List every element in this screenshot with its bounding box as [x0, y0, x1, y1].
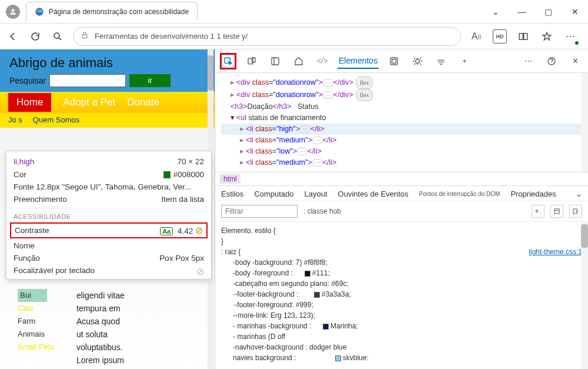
sources-tab-icon[interactable]: </> [314, 53, 330, 69]
svg-point-1 [54, 33, 59, 38]
svg-rect-7 [390, 58, 397, 65]
tab-properties[interactable]: Propriedades [510, 190, 556, 198]
tooltip-color-label: Cor [14, 170, 26, 179]
app-tab-icon[interactable] [386, 53, 402, 69]
search-icon[interactable] [51, 29, 65, 44]
tooltip-focusable-label: Focalizável por teclado [14, 266, 95, 277]
svg-rect-6 [272, 58, 279, 65]
page-body-text: eligendi vitae tempura em Acusa quod ut … [76, 287, 125, 369]
tooltip-contrast-row: Contraste Aa 4.42 ⊘ [10, 222, 208, 238]
styles-filter-input[interactable] [221, 205, 298, 218]
no-icon: ⊘ [196, 266, 204, 277]
nav-home[interactable]: Home [8, 93, 51, 112]
devtools-toolbar: </> Elementos + ⋯ ✕ [215, 49, 588, 73]
computed-toggle-button[interactable] [569, 205, 582, 218]
tab-estilos[interactable]: Estilos [221, 190, 243, 198]
welcome-tab[interactable] [290, 53, 307, 69]
refresh-button[interactable] [28, 29, 42, 44]
color-format-button[interactable] [550, 205, 563, 218]
network-icon[interactable] [433, 53, 449, 69]
tab-layout[interactable]: Layout [305, 190, 328, 198]
tab-title: Página de demonstração com acessibilidad… [49, 8, 189, 16]
list-item[interactable]: Boi [18, 289, 47, 302]
go-button[interactable]: ir [129, 74, 171, 87]
svg-rect-2 [82, 35, 87, 38]
favorite-icon[interactable] [540, 29, 554, 44]
page-title: Abrigo de animais [9, 55, 205, 71]
devtools-panel: </> Elementos + ⋯ ✕ ▸<div class="donatio… [215, 49, 588, 369]
elements-tab[interactable]: Elementos [338, 54, 379, 69]
subnav-quem[interactable]: Quem Somos [33, 115, 79, 124]
more-icon[interactable]: ⋯ [563, 29, 577, 44]
chevron-down-icon[interactable]: ⌄ [576, 190, 582, 198]
minimize-button[interactable]: — [509, 0, 535, 24]
url-text: Ferramentas de desenvolvimento 1 1 teste… [95, 32, 248, 41]
list-item[interactable]: Cats [18, 302, 76, 315]
reader-icon[interactable] [516, 29, 530, 44]
nav-adopt[interactable]: Adopt a Pet [63, 97, 115, 108]
close-button[interactable]: ✕ [562, 0, 588, 24]
inspect-tooltip: li.high 70 × 22 Cor #008000 Fonte 12.8px… [6, 151, 212, 280]
profile-avatar[interactable] [6, 5, 20, 19]
panel-toggle-button[interactable] [267, 53, 283, 69]
search-label: Pesquisar [9, 76, 46, 85]
contrast-label: Contraste [15, 226, 49, 235]
list-item[interactable]: Animais [18, 328, 76, 341]
device-toggle-button[interactable] [243, 53, 260, 69]
list-item[interactable]: Farm [18, 315, 76, 328]
bug-icon[interactable] [409, 53, 426, 69]
back-button[interactable] [6, 29, 20, 44]
lock-icon [81, 31, 89, 41]
tooltip-dimensions: 70 × 22 [178, 157, 204, 166]
add-tab-button[interactable]: + [456, 53, 473, 69]
tooltip-role-label: Preenchimento [14, 195, 67, 204]
tab-breakpoints[interactable]: Pontos de interrupção do DOM [419, 191, 500, 197]
svg-rect-11 [554, 209, 559, 214]
read-aloud-icon[interactable]: A)) [469, 29, 483, 44]
url-input[interactable]: Ferramentas de desenvolvimento 1 1 teste… [73, 27, 461, 46]
cls-toggle[interactable]: : classe hob [303, 207, 341, 215]
styles-scrollbar[interactable] [581, 222, 588, 369]
tooltip-role-value: Item da lista [161, 195, 204, 204]
dom-scrollbar[interactable] [581, 73, 588, 172]
subnav-jos[interactable]: Jo s [8, 115, 22, 124]
address-bar: Ferramentas de desenvolvimento 1 1 teste… [0, 24, 588, 49]
tab-computado[interactable]: Computado [254, 190, 293, 198]
more-tools-button[interactable]: ⋯ [520, 53, 536, 69]
stylesheet-link[interactable]: light-theme.css:1 [529, 247, 582, 257]
tooltip-selector: li.high [14, 157, 34, 166]
close-devtools-button[interactable]: ✕ [567, 53, 583, 69]
aa-badge: Aa [160, 227, 173, 235]
dom-breadcrumb[interactable]: html [215, 172, 588, 186]
maximize-button[interactable]: ▢ [535, 0, 562, 24]
styles-tabs: Estilos Computado Layout Ouvintes de Eve… [215, 186, 588, 201]
chevron-down-icon[interactable]: ⌄ [482, 0, 509, 24]
tooltip-name-label: Nome [14, 241, 35, 250]
contrast-value: 4.42 [178, 227, 193, 235]
inspect-element-button[interactable] [220, 53, 236, 69]
tab-ouvintes[interactable]: Ouvintes de Eventos [338, 190, 409, 198]
browser-tab[interactable]: Página de demonstração com acessibilidad… [26, 2, 198, 21]
tooltip-function-value: Pox Pox 5px [159, 254, 204, 262]
color-swatch [163, 171, 171, 178]
svg-point-9 [416, 59, 420, 63]
svg-rect-8 [392, 59, 396, 63]
tooltip-font: Fonte 12.8px "Segoe UI", Tahoma, Genebra… [14, 182, 191, 191]
tooltip-color-value: #008000 [173, 170, 204, 179]
help-button[interactable] [543, 53, 560, 69]
new-style-button[interactable]: +⸴ [532, 205, 544, 218]
warning-icon: ⊘ [195, 225, 203, 235]
nav-donate[interactable]: Donate [127, 97, 159, 108]
tooltip-function-label: Função [14, 254, 40, 262]
tooltip-section: ACESSIBILIDADE [6, 208, 211, 221]
hd-icon[interactable]: HD [493, 29, 507, 44]
list-item[interactable]: Small Pets [18, 341, 76, 354]
main-nav: Home Adopt a Pet Donate [0, 92, 215, 113]
window-titlebar: Página de demonstração com acessibilidad… [0, 0, 588, 24]
dom-tree[interactable]: ▸<div class="donationrow">⋯</div>flex ▸<… [215, 73, 588, 172]
page-search-input[interactable] [49, 74, 126, 87]
styles-pane[interactable]: Elemento. estilo { } : raiz {light-theme… [215, 222, 588, 369]
